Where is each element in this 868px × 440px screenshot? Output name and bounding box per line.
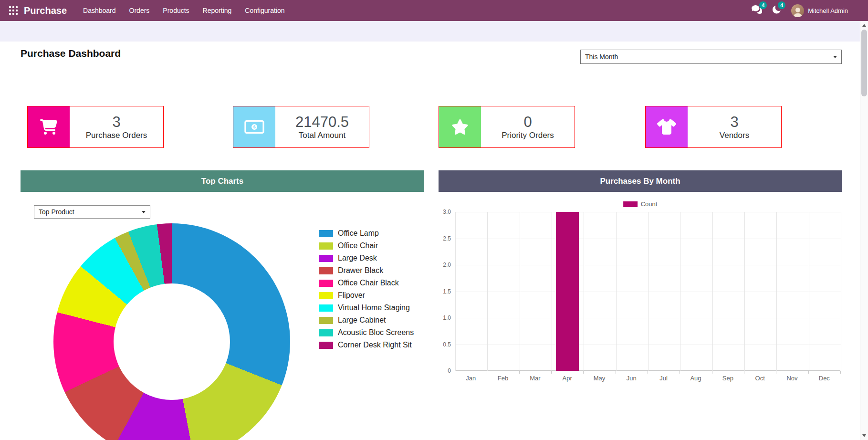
gridline-vertical: [455, 212, 456, 371]
x-axis-tick: [776, 371, 776, 374]
x-axis-tick: [840, 371, 841, 374]
x-axis-tick: [583, 371, 584, 374]
legend-label: Drawer Black: [338, 266, 383, 275]
gridline-vertical: [520, 212, 520, 371]
period-filter-value: This Month: [585, 53, 618, 61]
messages-button[interactable]: 4: [752, 5, 762, 16]
x-axis-tick: [519, 371, 520, 374]
gridline-vertical: [680, 212, 680, 371]
top-product-select[interactable]: Top Product: [34, 205, 150, 219]
count-legend-swatch: [623, 201, 638, 207]
user-name: Mitchell Admin: [808, 7, 848, 14]
x-axis-label: Feb: [487, 375, 519, 382]
period-filter-select[interactable]: This Month: [580, 50, 842, 64]
x-axis-label: May: [583, 375, 615, 382]
kpi-card-vendors[interactable]: 3Vendors: [645, 106, 782, 148]
x-axis-tick: [455, 371, 455, 374]
purchases-by-month-title: Purchases By Month: [600, 177, 680, 186]
legend-swatch: [319, 267, 333, 274]
donut-legend: Office LampOffice ChairLarge DeskDrawer …: [319, 227, 414, 351]
legend-swatch: [319, 292, 333, 299]
star-icon: [439, 106, 481, 147]
menu-item-orders[interactable]: Orders: [123, 0, 157, 21]
app-name[interactable]: Purchase: [24, 5, 67, 16]
kpi-label: Purchase Orders: [86, 131, 147, 140]
kpi-label: Total Amount: [299, 131, 345, 140]
legend-swatch: [319, 280, 333, 287]
x-axis-label: Jul: [648, 375, 680, 382]
money-icon: $: [233, 106, 275, 147]
gridline-vertical: [744, 212, 745, 371]
apps-grid-icon[interactable]: [7, 4, 20, 17]
legend-item[interactable]: Acoustic Bloc Screens: [319, 326, 414, 339]
legend-label: Acoustic Bloc Screens: [338, 328, 414, 337]
legend-item[interactable]: Large Cabinet: [319, 314, 414, 326]
y-axis-label: 2.5: [439, 235, 451, 242]
page-title: Purchase Dashboard: [21, 48, 121, 59]
x-axis-label: Mar: [519, 375, 551, 382]
kpi-card-total-amount[interactable]: $21470.5Total Amount: [233, 106, 369, 148]
legend-label: Large Cabinet: [338, 316, 386, 325]
gridline-vertical: [648, 212, 648, 371]
x-axis-label: Oct: [744, 375, 776, 382]
kpi-body: 21470.5Total Amount: [275, 106, 369, 147]
menu-item-reporting[interactable]: Reporting: [196, 0, 239, 21]
shirt-icon: [646, 106, 688, 147]
legend-label: Virtual Home Staging: [338, 304, 410, 312]
legend-item[interactable]: Office Chair: [319, 240, 414, 252]
x-axis-label: Nov: [776, 375, 808, 382]
legend-item[interactable]: Flipover: [319, 289, 414, 302]
top-charts-header: Top Charts: [21, 170, 424, 192]
legend-item[interactable]: Virtual Home Staging: [319, 302, 414, 314]
legend-item[interactable]: Drawer Black: [319, 264, 414, 277]
kpi-card-priority-orders[interactable]: 0Priority Orders: [439, 106, 575, 148]
bar-chart-legend[interactable]: Count: [623, 200, 658, 208]
legend-item[interactable]: Corner Desk Right Sit: [319, 339, 414, 351]
menu-item-configuration[interactable]: Configuration: [238, 0, 291, 21]
count-legend-label: Count: [641, 200, 658, 208]
control-panel-band: [0, 21, 860, 42]
avatar: [791, 4, 804, 17]
top-product-value: Top Product: [39, 208, 74, 216]
kpi-label: Vendors: [720, 131, 749, 140]
y-axis-label: 1.5: [439, 288, 451, 295]
user-menu[interactable]: Mitchell Admin: [791, 4, 848, 17]
x-axis-tick: [487, 371, 487, 374]
legend-item[interactable]: Office Lamp: [319, 227, 414, 240]
purchases-by-month-header: Purchases By Month: [439, 170, 842, 192]
legend-item[interactable]: Large Desk: [319, 252, 414, 264]
menu-item-products[interactable]: Products: [156, 0, 196, 21]
gridline-vertical: [616, 212, 617, 371]
menu-item-dashboard[interactable]: Dashboard: [76, 0, 123, 21]
x-axis-label: Sep: [712, 375, 744, 382]
gridline-vertical: [809, 212, 809, 371]
legend-label: Office Chair Black: [338, 279, 399, 287]
purchases-by-month-chart[interactable]: Count 00.51.01.52.02.53.0JanFebMarAprMay…: [439, 193, 842, 403]
x-axis-tick: [616, 371, 616, 374]
legend-label: Office Lamp: [338, 229, 379, 238]
gridline-vertical: [841, 212, 841, 371]
scroll-up-icon[interactable]: [862, 24, 866, 27]
kpi-value: 21470.5: [295, 114, 349, 131]
top-products-donut-chart[interactable]: [53, 223, 290, 440]
legend-swatch: [319, 329, 333, 336]
legend-item[interactable]: Office Chair Black: [319, 277, 414, 289]
x-axis-tick: [551, 371, 552, 374]
chevron-down-icon: [833, 56, 837, 58]
y-axis-label: 3.0: [439, 209, 451, 215]
scrollbar-thumb[interactable]: [861, 30, 867, 96]
kpi-card-purchase-orders[interactable]: 3Purchase Orders: [27, 106, 164, 148]
legend-swatch: [319, 304, 333, 312]
legend-swatch: [319, 255, 333, 262]
top-navbar: Purchase DashboardOrdersProductsReportin…: [0, 0, 868, 21]
activities-button[interactable]: 4: [773, 5, 781, 16]
kpi-body: 3Purchase Orders: [70, 106, 163, 147]
navbar-left: Purchase DashboardOrdersProductsReportin…: [7, 0, 292, 21]
vertical-scrollbar[interactable]: [860, 21, 868, 440]
gridline-vertical: [487, 212, 488, 371]
x-axis-label: Jun: [616, 375, 648, 382]
gridline-vertical: [584, 212, 584, 371]
messages-badge: 4: [759, 1, 767, 9]
scroll-down-icon[interactable]: [862, 434, 866, 437]
bar-apr[interactable]: [556, 212, 579, 371]
